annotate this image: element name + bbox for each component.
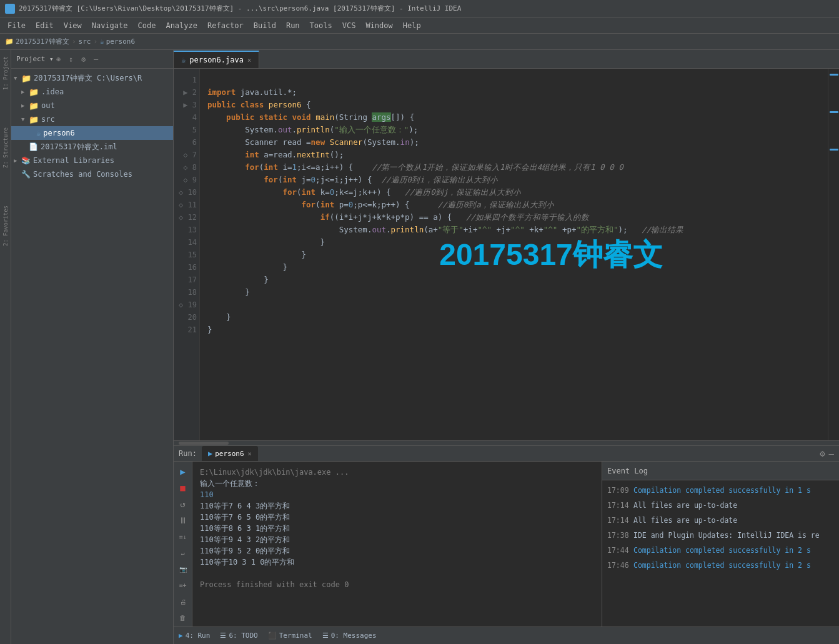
todo-icon: ☰ bbox=[220, 632, 226, 640]
bottom-tab-messages[interactable]: ☰ 0: Messages bbox=[322, 632, 377, 640]
tree-item-ext-libs[interactable]: ▶ 📚 External Libraries bbox=[11, 154, 173, 167]
main-layout: 1: Project Z: Structure 2: Favorites Pro… bbox=[0, 50, 839, 644]
breadcrumb-src[interactable]: src bbox=[79, 37, 91, 46]
breadcrumb-file[interactable]: person6 bbox=[106, 37, 135, 46]
run-tab-bar: Run: ▶ person6 × ⚙ — bbox=[174, 446, 839, 462]
tree-label-iml: 20175317钟睿文.iml bbox=[41, 142, 117, 152]
tree-item-src[interactable]: ▼ 📁 src bbox=[11, 112, 173, 126]
left-strip-project[interactable]: 1: Project bbox=[2, 56, 9, 90]
menu-item-build[interactable]: Build bbox=[249, 20, 281, 31]
menu-item-run[interactable]: Run bbox=[281, 20, 305, 31]
menu-item-refactor[interactable]: Refactor bbox=[202, 20, 249, 31]
run-print-btn[interactable]: 🖨 bbox=[176, 595, 191, 608]
gutter-mark-1 bbox=[830, 74, 838, 76]
run-line-prompt: 输入一个任意数： bbox=[200, 478, 594, 489]
run-tab-close[interactable]: × bbox=[248, 450, 252, 457]
tree-item-scratches[interactable]: 🔧 Scratches and Consoles bbox=[11, 167, 173, 181]
log-entry-1: 17:09 Compilation completed successfully… bbox=[607, 484, 834, 497]
tree-item-idea[interactable]: ▶ 📁 .idea bbox=[11, 85, 173, 99]
run-screenshot-btn[interactable]: 📷 bbox=[176, 563, 191, 575]
tab-close-btn[interactable]: × bbox=[247, 57, 251, 64]
project-header-icons: ⊕ ↕ ⚙ — bbox=[54, 54, 101, 64]
menu-item-code[interactable]: Code bbox=[133, 20, 161, 31]
todo-label: 6: TODO bbox=[229, 632, 257, 640]
title-bar: 20175317钟睿文 [C:\Users\Rivan\Desktop\2017… bbox=[0, 0, 839, 17]
run-settings2-btn[interactable]: ≡+ bbox=[176, 579, 191, 592]
right-gutter bbox=[828, 69, 839, 440]
run-scroll-btn[interactable]: ≡↓ bbox=[176, 530, 191, 543]
line-num-19: ◇ 19 bbox=[176, 299, 197, 311]
bc-sep2: › bbox=[93, 37, 97, 46]
line-num-4: 4 bbox=[176, 111, 197, 124]
project-settings-icon[interactable]: ⚙ bbox=[79, 54, 89, 64]
menu-item-analyze[interactable]: Analyze bbox=[161, 20, 202, 31]
line-num-1: 1 bbox=[176, 74, 197, 86]
editor-tab-person6[interactable]: ☕ person6.java × bbox=[174, 51, 259, 68]
menu-item-help[interactable]: Help bbox=[398, 20, 426, 31]
left-strip: 1: Project Z: Structure 2: Favorites bbox=[0, 50, 11, 644]
messages-icon: ☰ bbox=[322, 632, 329, 640]
tree-item-iml[interactable]: 📄 20175317钟睿文.iml bbox=[11, 140, 173, 154]
project-minimize-icon[interactable]: — bbox=[91, 54, 101, 64]
menu-item-navigate[interactable]: Navigate bbox=[87, 20, 133, 31]
log-link-5[interactable]: Compilation completed successfully in 2 … bbox=[633, 544, 811, 557]
bottom-tab-terminal[interactable]: ⬛ Terminal bbox=[268, 632, 312, 640]
folder-icon-idea: 📁 bbox=[29, 87, 39, 97]
line-num-2: ▶ 2 bbox=[176, 86, 197, 99]
log-text-3: All files are up-to-date bbox=[633, 514, 737, 527]
tab-bar: ☕ person6.java × bbox=[174, 50, 839, 69]
run-soft-wrap-btn[interactable]: ↵ bbox=[176, 547, 191, 559]
log-time-1: 17:09 bbox=[607, 484, 631, 497]
scrollbar-thumb[interactable] bbox=[179, 442, 229, 445]
project-add-icon[interactable]: ⊕ bbox=[54, 54, 64, 64]
run-stop-btn[interactable]: ■ bbox=[176, 482, 191, 494]
log-text-2: All files are up-to-date bbox=[633, 499, 737, 512]
bottom-tab-todo[interactable]: ☰ 6: TODO bbox=[220, 632, 257, 640]
menu-item-tools[interactable]: Tools bbox=[305, 20, 337, 31]
tree-item-out[interactable]: ▶ 📁 out bbox=[11, 99, 173, 112]
menu-item-window[interactable]: Window bbox=[360, 20, 397, 31]
editor-scrollbar[interactable] bbox=[174, 440, 839, 445]
terminal-label: Terminal bbox=[279, 632, 312, 640]
event-log: Event Log 17:09 Compilation completed su… bbox=[602, 462, 839, 628]
left-strip-favorites[interactable]: 2: Favorites bbox=[2, 206, 9, 246]
folder-icon-root: 📁 bbox=[21, 74, 31, 83]
run-pause-btn[interactable]: ⏸ bbox=[176, 514, 191, 527]
menu-item-file[interactable]: File bbox=[2, 20, 31, 31]
log-link-1[interactable]: Compilation completed successfully in 1 … bbox=[633, 484, 811, 497]
run-tab-person6[interactable]: ▶ person6 × bbox=[202, 446, 258, 461]
code-content[interactable]: import java.util.*; public class person6… bbox=[200, 69, 828, 440]
tree-label-src: src bbox=[41, 115, 55, 124]
menu-item-edit[interactable]: Edit bbox=[31, 20, 59, 31]
run-play-btn[interactable]: ▶ bbox=[176, 465, 191, 478]
bottom-panel: Run: ▶ person6 × ⚙ — ▶ ■ ↺ ⏸ ≡↓ bbox=[174, 445, 839, 627]
tab-java-icon: ☕ bbox=[181, 56, 186, 64]
run-minimize-icon[interactable]: — bbox=[829, 448, 834, 458]
run-tab-name: person6 bbox=[215, 450, 244, 458]
line-num-3: ▶ 3 bbox=[176, 99, 197, 111]
line-num-14: 14 bbox=[176, 236, 197, 249]
tree-item-root[interactable]: ▼ 📁 20175317钟睿文 C:\Users\R bbox=[11, 71, 173, 85]
menu-item-view[interactable]: View bbox=[59, 20, 87, 31]
java-icon-person6: ☕ bbox=[36, 129, 41, 137]
code-editor[interactable]: 1 ▶ 2 ▶ 3 4 5 6 ◇ 7 ◇ 8 ◇ 9 ◇ 10 ◇ 11 ◇ … bbox=[174, 69, 839, 440]
run-output-5: 110等于9 5 2 0的平方和 bbox=[200, 545, 594, 557]
run-trash-btn[interactable]: 🗑 bbox=[176, 612, 191, 624]
line-num-11: ◇ 11 bbox=[176, 199, 197, 211]
breadcrumb-project[interactable]: 20175317钟睿文 bbox=[16, 37, 69, 46]
run-output-6: 110等于10 3 1 0的平方和 bbox=[200, 557, 594, 568]
run-line-input: 110 bbox=[200, 489, 594, 500]
run-settings-icon[interactable]: ⚙ bbox=[820, 448, 825, 458]
run-rerun-btn[interactable]: ↺ bbox=[176, 498, 191, 510]
line-num-15: 15 bbox=[176, 249, 197, 261]
menu-item-vcs[interactable]: VCS bbox=[337, 20, 361, 31]
bottom-tab-run[interactable]: ▶ 4: Run bbox=[179, 632, 210, 640]
project-sort-icon[interactable]: ↕ bbox=[66, 54, 76, 64]
line-num-13: 13 bbox=[176, 224, 197, 236]
log-time-4: 17:38 bbox=[607, 529, 631, 542]
left-strip-structure[interactable]: Z: Structure bbox=[2, 127, 9, 168]
log-link-6[interactable]: Compilation completed successfully in 2 … bbox=[633, 559, 811, 572]
tree-item-person6[interactable]: ☕ person6 bbox=[11, 126, 173, 140]
log-time-3: 17:14 bbox=[607, 514, 631, 527]
run-exit: Process finished with exit code 0 bbox=[200, 579, 594, 590]
